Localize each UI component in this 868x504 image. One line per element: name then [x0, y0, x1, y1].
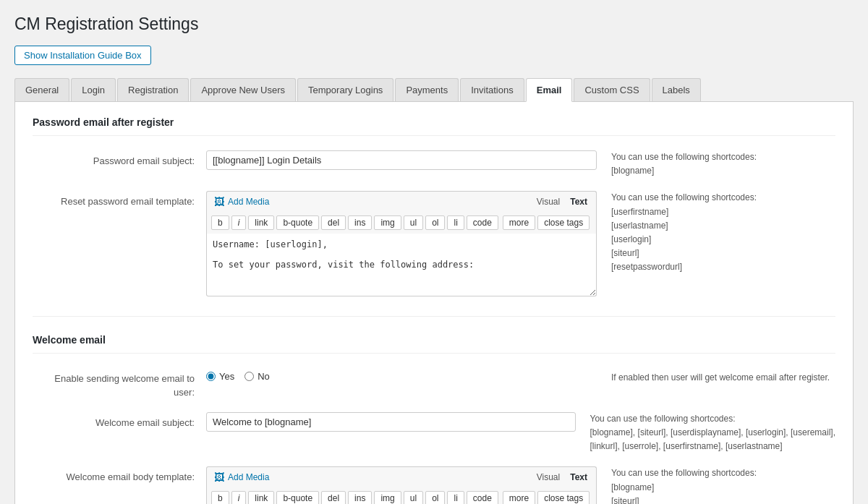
yes-radio[interactable] [206, 372, 216, 381]
fmt-bquote-1[interactable]: b-quote [276, 215, 319, 230]
reset-template-label: Reset password email template: [33, 191, 206, 208]
reset-template-field: 🖼 Add Media Visual Text b i link b-quote… [206, 191, 597, 299]
tab-temporary-logins[interactable]: Temporary Logins [297, 78, 393, 101]
reset-editor-toolbar: 🖼 Add Media Visual Text [206, 191, 597, 212]
welcome-view-toggle: Visual Text [532, 471, 592, 484]
fmt-ins-1[interactable]: ins [348, 215, 372, 230]
welcome-add-media-label: Add Media [228, 472, 269, 482]
password-subject-hint: You can use the following shortcodes:[bl… [611, 150, 757, 178]
reset-format-buttons: b i link b-quote del ins img ul ol li co… [206, 212, 597, 234]
yes-radio-item[interactable]: Yes [206, 371, 234, 382]
reset-add-media-button[interactable]: 🖼 Add Media [211, 195, 272, 209]
tab-invitations[interactable]: Invitations [460, 78, 524, 101]
fmt-del-1[interactable]: del [321, 215, 346, 230]
welcome-add-media-icon: 🖼 [214, 471, 224, 483]
password-subject-field [206, 150, 597, 170]
fmt-li-1[interactable]: li [447, 215, 464, 230]
reset-template-row: Reset password email template: 🖼 Add Med… [33, 191, 835, 299]
tab-labels[interactable]: Labels [652, 78, 701, 101]
tab-approve-new-users[interactable]: Approve New Users [190, 78, 296, 101]
tab-bar: General Login Registration Approve New U… [14, 78, 854, 102]
yes-label: Yes [219, 371, 234, 382]
fmt-ins-2[interactable]: ins [348, 491, 372, 504]
welcome-subject-row: Welcome email subject: You can use the f… [33, 412, 835, 454]
enable-welcome-label: Enable sending welcome email to user: [33, 368, 206, 398]
welcome-email-section-title: Welcome email [33, 334, 835, 354]
fmt-bquote-2[interactable]: b-quote [276, 491, 319, 504]
section-divider [33, 316, 835, 317]
content-panel: Password email after register Password e… [14, 102, 854, 504]
tab-registration[interactable]: Registration [117, 78, 189, 101]
enable-welcome-field: Yes No [206, 368, 597, 382]
fmt-more-2[interactable]: more [503, 491, 535, 504]
no-radio-item[interactable]: No [244, 371, 270, 382]
tab-login[interactable]: Login [71, 78, 116, 101]
fmt-code-1[interactable]: code [467, 215, 498, 230]
fmt-more-1[interactable]: more [503, 215, 535, 230]
fmt-img-1[interactable]: img [374, 215, 401, 230]
welcome-subject-field [206, 412, 576, 432]
welcome-subject-hint: You can use the following shortcodes:[bl… [590, 412, 836, 454]
enable-welcome-radio-group: Yes No [206, 368, 597, 382]
welcome-text-button[interactable]: Text [566, 471, 592, 484]
fmt-closetags-2[interactable]: close tags [537, 491, 590, 504]
welcome-subject-input[interactable] [206, 412, 576, 432]
tab-general[interactable]: General [14, 78, 69, 101]
tab-payments[interactable]: Payments [395, 78, 459, 101]
no-radio[interactable] [244, 372, 254, 381]
welcome-editor-toolbar: 🖼 Add Media Visual Text [206, 466, 597, 487]
page-title: CM Registration Settings [14, 14, 854, 34]
welcome-visual-button[interactable]: Visual [532, 471, 564, 484]
tab-email[interactable]: Email [526, 78, 573, 102]
welcome-add-media-button[interactable]: 🖼 Add Media [211, 470, 272, 484]
fmt-i-1[interactable]: i [231, 215, 247, 230]
fmt-code-2[interactable]: code [467, 491, 498, 504]
no-label: No [258, 371, 270, 382]
tab-custom-css[interactable]: Custom CSS [574, 78, 650, 101]
password-subject-input[interactable] [206, 150, 597, 170]
reset-text-button[interactable]: Text [566, 195, 592, 208]
password-subject-row: Password email subject: You can use the … [33, 150, 835, 178]
show-guide-button[interactable]: Show Installation Guide Box [14, 46, 151, 65]
fmt-i-2[interactable]: i [231, 491, 247, 504]
welcome-body-field: 🖼 Add Media Visual Text b i link b-quote… [206, 466, 597, 504]
enable-welcome-hint: If enabled then user will get welcome em… [611, 368, 830, 383]
fmt-b-1[interactable]: b [211, 215, 229, 230]
fmt-ul-2[interactable]: ul [404, 491, 423, 504]
add-media-icon: 🖼 [214, 196, 224, 208]
fmt-ol-2[interactable]: ol [425, 491, 445, 504]
reset-view-toggle: Visual Text [532, 195, 592, 208]
fmt-li-2[interactable]: li [447, 491, 464, 504]
welcome-subject-label: Welcome email subject: [33, 412, 206, 430]
welcome-body-hint: You can use the following shortcodes:[bl… [611, 466, 757, 504]
fmt-ul-1[interactable]: ul [404, 215, 423, 230]
fmt-b-2[interactable]: b [211, 491, 229, 504]
password-email-section-title: Password email after register [33, 116, 835, 136]
password-subject-label: Password email subject: [33, 150, 206, 168]
fmt-link-1[interactable]: link [248, 215, 274, 230]
fmt-img-2[interactable]: img [374, 491, 401, 504]
fmt-closetags-1[interactable]: close tags [537, 215, 590, 230]
reset-add-media-label: Add Media [228, 197, 269, 207]
reset-template-hint: You can use the following shortcodes:[us… [611, 191, 757, 274]
welcome-body-label: Welcome email body template: [33, 466, 206, 484]
fmt-link-2[interactable]: link [248, 491, 274, 504]
reset-visual-button[interactable]: Visual [532, 195, 564, 208]
reset-template-textarea[interactable]: Username: [userlogin], To set your passw… [206, 234, 597, 296]
welcome-format-buttons: b i link b-quote del ins img ul ol li co… [206, 487, 597, 504]
fmt-ol-1[interactable]: ol [425, 215, 445, 230]
enable-welcome-row: Enable sending welcome email to user: Ye… [33, 368, 835, 398]
welcome-body-row: Welcome email body template: 🖼 Add Media… [33, 466, 835, 504]
fmt-del-2[interactable]: del [321, 491, 346, 504]
